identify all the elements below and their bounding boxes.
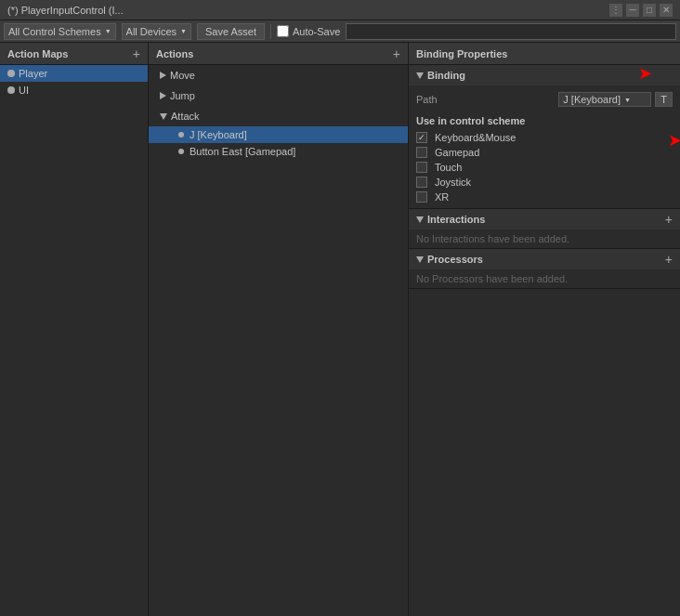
interactions-section-label: Interactions xyxy=(427,214,485,225)
binding-label: J [Keyboard] xyxy=(190,129,247,140)
scheme-checkbox-gamepad[interactable] xyxy=(416,147,427,158)
action-item-move[interactable]: Move + xyxy=(149,65,408,85)
binding-expand-icon xyxy=(416,72,424,79)
processors-expand-icon xyxy=(416,256,424,263)
binding-section-content: Path J [Keyboard] T Use in control schem… xyxy=(409,85,680,208)
binding-properties-header: Binding Properties xyxy=(409,43,680,65)
binding-properties-panel: Binding Properties ➤ Binding Path J [Key… xyxy=(409,43,680,616)
action-maps-list: Player UI xyxy=(0,65,148,616)
action-map-dot xyxy=(7,86,15,94)
expand-icon-move xyxy=(160,72,166,79)
close-button[interactable]: ✕ xyxy=(660,4,673,17)
search-input[interactable] xyxy=(346,23,676,40)
action-label-jump: Jump xyxy=(170,90,195,101)
binding-section-header[interactable]: Binding xyxy=(409,65,680,85)
window-controls: ⋮ ─ □ ✕ xyxy=(609,4,673,17)
scheme-label-joystick: Joystick xyxy=(435,177,471,188)
action-label-attack: Attack xyxy=(171,111,200,122)
processors-section-label: Processors xyxy=(427,254,483,265)
actions-add-button[interactable]: + xyxy=(393,47,400,60)
scheme-checkbox-joystick[interactable] xyxy=(416,177,427,188)
path-label: Path xyxy=(416,94,438,105)
expand-icon-attack xyxy=(160,113,167,120)
scheme-row-touch: Touch xyxy=(416,160,673,175)
binding-item-j-keyboard[interactable]: J [Keyboard] xyxy=(149,126,408,143)
interactions-expand-icon xyxy=(416,216,424,223)
actions-list: Move + Jump + Attack + xyxy=(149,65,408,616)
window-title: (*) PlayerInputControl (I... xyxy=(7,5,124,16)
processors-add-button[interactable]: + xyxy=(665,253,673,266)
toolbar: All Control Schemes All Devices Save Ass… xyxy=(0,20,680,43)
action-map-item-player[interactable]: Player xyxy=(0,65,148,82)
maximize-button[interactable]: □ xyxy=(643,4,656,17)
path-value: J [Keyboard] T xyxy=(558,92,673,107)
control-schemes-dropdown[interactable]: All Control Schemes xyxy=(4,23,116,40)
action-maps-panel: Action Maps + Player UI xyxy=(0,43,149,616)
actions-title: Actions xyxy=(156,48,193,59)
main-layout: Action Maps + Player UI Actions + Mo xyxy=(0,43,680,616)
action-map-item-ui[interactable]: UI xyxy=(0,82,148,98)
binding-item-button-east[interactable]: Button East [Gamepad] xyxy=(149,143,408,160)
minimize-button[interactable]: ─ xyxy=(626,4,639,17)
action-maps-title: Action Maps xyxy=(7,48,68,59)
scheme-label-keyboard: Keyboard&Mouse xyxy=(435,132,516,143)
path-t-button[interactable]: T xyxy=(655,92,673,107)
binding-properties-title: Binding Properties xyxy=(416,48,507,59)
interactions-empty-text: No Interactions have been added. xyxy=(409,229,680,248)
title-bar: (*) PlayerInputControl (I... ⋮ ─ □ ✕ xyxy=(0,0,680,20)
binding-label: Button East [Gamepad] xyxy=(190,146,295,157)
use-in-scheme-title: Use in control scheme xyxy=(416,110,673,130)
save-asset-button[interactable]: Save Asset xyxy=(197,23,265,40)
action-map-label: Player xyxy=(19,68,47,79)
scheme-label-gamepad: Gamepad xyxy=(435,147,479,158)
binding-section-label: Binding xyxy=(427,70,465,81)
scheme-checkbox-touch[interactable] xyxy=(416,162,427,173)
action-item-jump[interactable]: Jump + xyxy=(149,85,408,106)
devices-dropdown[interactable]: All Devices xyxy=(122,23,191,40)
path-value-text: J [Keyboard] xyxy=(563,94,621,105)
binding-section: ➤ Binding Path J [Keyboard] T xyxy=(409,65,680,209)
scheme-label-touch: Touch xyxy=(435,162,462,173)
action-maps-add-button[interactable]: + xyxy=(133,47,140,60)
auto-save-label: Auto-Save xyxy=(277,25,340,37)
scheme-row-gamepad: Gamepad xyxy=(416,145,673,160)
processors-section: Processors + No Processors have been add… xyxy=(409,249,680,289)
interactions-section-header[interactable]: Interactions + xyxy=(409,209,680,229)
path-row: Path J [Keyboard] T xyxy=(416,89,673,110)
action-item-attack[interactable]: Attack + xyxy=(149,106,408,126)
auto-save-checkbox[interactable] xyxy=(277,25,289,37)
scheme-row-keyboard: ➤ Keyboard&Mouse xyxy=(416,130,673,145)
actions-panel: Actions + Move + Jump + xyxy=(149,43,409,616)
action-map-label: UI xyxy=(19,85,29,96)
processors-empty-text: No Processors have been added. xyxy=(409,269,680,288)
toolbar-separator xyxy=(270,24,271,39)
action-map-dot xyxy=(7,70,15,77)
interactions-section: Interactions + No Interactions have been… xyxy=(409,209,680,249)
expand-icon-jump xyxy=(160,92,166,99)
scheme-label-xr: XR xyxy=(435,191,449,203)
binding-dot xyxy=(178,149,184,154)
scheme-row-xr: XR xyxy=(416,190,673,204)
processors-section-header[interactable]: Processors + xyxy=(409,249,680,269)
scheme-checkbox-xr[interactable] xyxy=(416,191,427,203)
interactions-add-button[interactable]: + xyxy=(665,213,673,226)
path-dropdown[interactable]: J [Keyboard] xyxy=(558,92,651,107)
scheme-row-joystick: Joystick xyxy=(416,175,673,190)
binding-dot xyxy=(178,132,184,138)
actions-header: Actions + xyxy=(149,43,408,65)
menu-button[interactable]: ⋮ xyxy=(609,4,622,17)
action-maps-header: Action Maps + xyxy=(0,43,148,65)
action-label-move: Move xyxy=(170,70,195,81)
scheme-checkbox-keyboard[interactable] xyxy=(416,132,427,143)
